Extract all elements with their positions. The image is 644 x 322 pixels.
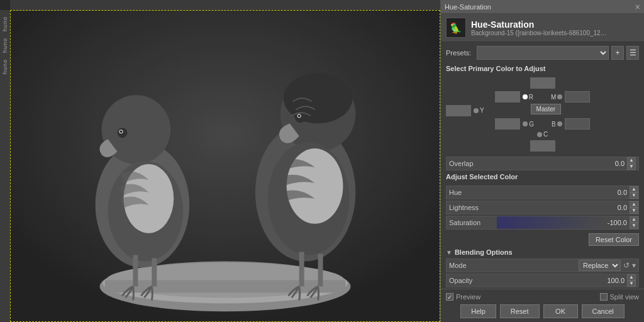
hue-spinner: ▲ ▼: [630, 186, 638, 199]
saturation-spinner: ▲ ▼: [630, 216, 638, 229]
lightness-row: Lightness 0.0 ▲ ▼: [446, 201, 639, 214]
mode-label: Mode: [449, 262, 579, 269]
overlap-spinner: ▲ ▼: [627, 157, 636, 170]
ruler-label-3: huno: [2, 59, 8, 74]
overlap-row: Overlap 0.0 ▲ ▼: [446, 157, 639, 170]
blending-section: ▼ Blending Options Mode Replace ↺ ▾ Opac…: [446, 248, 639, 287]
left-g-swatch[interactable]: [495, 118, 520, 130]
y-label: Y: [480, 107, 484, 114]
lightness-up-button[interactable]: ▲: [630, 201, 638, 208]
b-dot[interactable]: [557, 121, 562, 126]
blending-title: Blending Options: [455, 248, 513, 256]
help-button[interactable]: Help: [460, 304, 496, 318]
ok-button[interactable]: OK: [543, 304, 578, 318]
left-ruler: huno huno huno: [0, 10, 10, 322]
presets-add-button[interactable]: +: [611, 46, 624, 60]
hue-value: 0.0: [615, 189, 630, 196]
lightness-label: Lightness: [447, 204, 497, 211]
presets-row: Presets: + ☰: [446, 46, 639, 60]
right-m-swatch[interactable]: [565, 91, 590, 103]
hue-down-button[interactable]: ▼: [630, 192, 638, 199]
blending-header: ▼ Blending Options: [446, 248, 639, 256]
opacity-up-button[interactable]: ▲: [627, 274, 636, 280]
saturation-down-button[interactable]: ▼: [630, 223, 638, 229]
reset-color-button[interactable]: Reset Color: [589, 233, 639, 246]
c-row: C: [446, 131, 639, 138]
preview-check: Preview: [446, 293, 480, 301]
action-buttons: Help Reset OK Cancel: [446, 304, 639, 318]
overlap-value: 0.0: [615, 160, 625, 167]
parrot-svg: [11, 10, 440, 322]
saturation-value: -100.0: [605, 219, 630, 226]
y-row: Y Master: [446, 104, 639, 117]
r-row: R M: [446, 91, 639, 103]
adjust-section: Hue 0.0 ▲ ▼ Lightness 0.0 ▲ ▼: [446, 186, 639, 230]
mode-reset-icon[interactable]: ↺: [623, 261, 630, 270]
split-view-label: Split view: [610, 293, 639, 301]
hue-bar[interactable]: [497, 186, 615, 199]
preview-row: Preview Split view: [446, 293, 639, 301]
right-b-swatch[interactable]: [565, 118, 590, 130]
r-label: R: [529, 94, 533, 101]
dialog-icon: 🦜: [446, 18, 466, 38]
overlap-up-button[interactable]: ▲: [627, 157, 636, 164]
preview-checkbox[interactable]: [446, 293, 453, 301]
canvas-area: huno huno huno: [0, 0, 440, 322]
parrot-icon: 🦜: [450, 22, 462, 34]
top-color-swatch[interactable]: [530, 77, 555, 89]
saturation-up-button[interactable]: ▲: [630, 216, 638, 223]
hue-label: Hue: [447, 189, 497, 196]
master-button[interactable]: Master: [531, 104, 562, 114]
reset-button[interactable]: Reset: [500, 304, 540, 318]
bottom-color-swatch[interactable]: [530, 140, 555, 152]
dialog-subtitle: Background-15 ([rainbow-lorikeets-686100…: [471, 30, 609, 36]
mode-dropdown-icon[interactable]: ▾: [632, 261, 636, 270]
presets-menu-button[interactable]: ☰: [626, 46, 639, 60]
saturation-label: Saturation: [447, 219, 497, 226]
g-row: G B: [446, 118, 639, 130]
blending-collapse-button[interactable]: ▼: [446, 249, 452, 256]
hue-up-button[interactable]: ▲: [630, 186, 638, 192]
saturation-bar[interactable]: [497, 216, 605, 229]
lightness-spinner: ▲ ▼: [630, 201, 638, 214]
opacity-down-button[interactable]: ▼: [627, 280, 636, 287]
m-label: M: [551, 94, 556, 101]
hue-saturation-panel: Hue-Saturation × 🦜 Hue-Saturation Backgr…: [440, 0, 644, 322]
ruler-label-1: huno: [2, 16, 8, 31]
hue-row: Hue 0.0 ▲ ▼: [446, 186, 639, 199]
primary-color-section-title: Select Primary Color to Adjust: [446, 65, 639, 72]
svg-rect-25: [11, 11, 440, 322]
presets-select[interactable]: [477, 46, 609, 60]
g-dot[interactable]: [523, 121, 528, 126]
dialog-title: Hue-Saturation: [471, 19, 639, 30]
mode-select[interactable]: Replace: [579, 260, 621, 271]
adjust-section-title: Adjust Selected Color: [446, 173, 639, 180]
cancel-button[interactable]: Cancel: [582, 304, 625, 318]
c-dot[interactable]: [537, 132, 542, 137]
presets-label: Presets:: [446, 49, 474, 57]
opacity-spinner: ▲ ▼: [627, 274, 636, 287]
c-label: C: [543, 131, 548, 138]
r-dot[interactable]: [523, 94, 528, 99]
y-dot[interactable]: [474, 108, 479, 113]
opacity-row: Opacity 100.0 ▲ ▼: [446, 274, 639, 287]
titlebar: Hue-Saturation ×: [441, 0, 644, 14]
left-y-swatch[interactable]: [446, 105, 471, 116]
left-r-swatch[interactable]: [495, 91, 520, 103]
color-selector: R M Y Master: [446, 77, 639, 152]
split-view: Split view: [600, 293, 639, 301]
titlebar-title: Hue-Saturation: [445, 3, 491, 11]
ruler-label-2: huno: [2, 38, 8, 53]
b-label: B: [552, 121, 556, 128]
opacity-label: Opacity: [449, 277, 604, 284]
overlap-down-button[interactable]: ▼: [627, 164, 636, 170]
image-canvas: [10, 10, 440, 322]
saturation-row: Saturation -100.0 ▲ ▼: [446, 216, 639, 230]
lightness-bar[interactable]: [497, 201, 615, 214]
m-dot[interactable]: [557, 94, 562, 99]
close-button[interactable]: ×: [635, 3, 640, 11]
lightness-value: 0.0: [615, 204, 630, 211]
panel-body: Presets: + ☰ Select Primary Color to Adj…: [441, 42, 644, 289]
lightness-down-button[interactable]: ▼: [630, 208, 638, 214]
split-view-checkbox[interactable]: [600, 293, 608, 301]
